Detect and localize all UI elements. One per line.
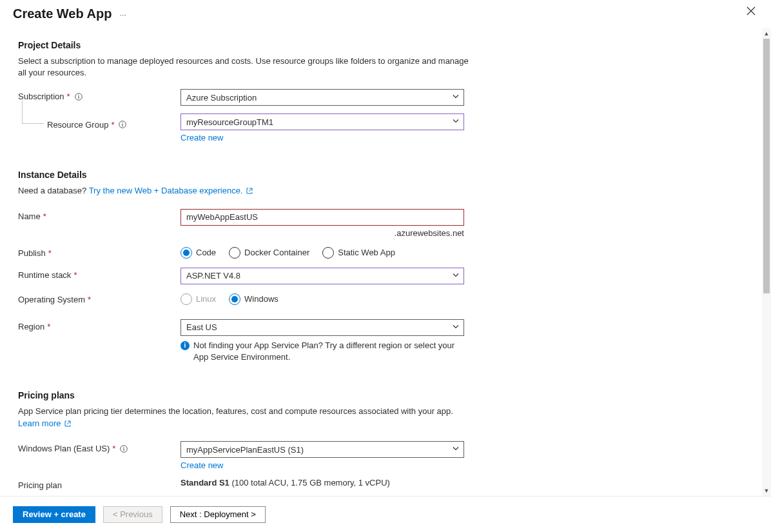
scrollbar-thumb[interactable] [763,39,770,293]
scroll-up-icon[interactable]: ▲ [762,28,771,39]
radio-group-os: Linux Windows [181,292,464,305]
link-create-rg[interactable]: Create new [181,133,223,143]
previous-button: < Previous [103,506,162,523]
input-app-name[interactable]: myWebAppEastUS [181,209,464,226]
chevron-down-icon [452,93,460,103]
select-windows-plan[interactable]: myAppServicePlanEastUS (S1) [181,441,464,458]
footer-bar: Review + create < Previous Next : Deploy… [0,496,771,532]
more-menu-icon[interactable]: ··· [119,10,126,19]
scrollbar[interactable]: ▲ ▼ [762,28,771,496]
link-db-experience[interactable]: Try the new Web + Database experience. [89,186,253,195]
next-button[interactable]: Next : Deployment > [170,506,266,523]
label-publish: Publish * [18,246,181,258]
select-runtime[interactable]: ASP.NET V4.8 [181,268,464,284]
info-icon[interactable] [119,444,128,453]
radio-icon [181,293,192,305]
section-title-instance: Instance Details [18,170,472,180]
radio-code[interactable]: Code [181,247,216,259]
svg-point-1 [78,95,79,95]
close-icon[interactable] [747,6,756,17]
region-hint: i Not finding your App Service Plan? Try… [181,340,464,363]
link-learn-more[interactable]: Learn more [18,419,71,428]
section-title-pricing: Pricing plans [18,390,472,400]
radio-icon [229,247,240,259]
radio-windows[interactable]: Windows [229,293,278,305]
scroll-down-icon[interactable]: ▼ [762,486,771,496]
radio-group-publish: Code Docker Container Static Web App [181,246,464,259]
radio-icon [322,247,334,259]
radio-linux: Linux [181,293,216,305]
section-title-project: Project Details [18,40,472,50]
radio-icon [181,247,192,259]
label-subscription: Subscription * [18,89,181,101]
radio-docker[interactable]: Docker Container [229,247,309,259]
db-prompt-line: Need a database? Try the new Web + Datab… [18,185,472,197]
svg-point-7 [124,446,124,447]
info-icon[interactable] [74,92,83,101]
tree-indent-icon [18,116,44,133]
label-os: Operating System * [18,292,181,304]
chevron-down-icon [452,445,460,455]
page-title: Create Web App [13,6,112,21]
svg-rect-8 [124,448,124,451]
name-suffix: .azurewebsites.net [181,228,464,238]
pricing-plan-value: Standard S1 (100 total ACU, 1.75 GB memo… [181,478,464,488]
label-region: Region * [18,319,181,331]
content-scroll[interactable]: Project Details Select a subscription to… [0,28,771,496]
radio-static[interactable]: Static Web App [322,247,395,259]
review-create-button[interactable]: Review + create [13,506,95,523]
chevron-down-icon [452,117,460,127]
chevron-down-icon [452,322,460,332]
label-runtime: Runtime stack * [18,268,181,280]
label-windows-plan: Windows Plan (East US) * [18,441,181,453]
select-subscription[interactable]: Azure Subscription [181,89,464,106]
label-name: Name * [18,209,181,221]
external-link-icon [246,186,253,197]
link-create-plan[interactable]: Create new [181,460,223,470]
chevron-down-icon [452,271,460,281]
svg-rect-5 [122,124,123,126]
label-pricing-plan: Pricing plan [18,478,181,490]
info-filled-icon: i [181,341,190,350]
svg-rect-2 [78,96,79,99]
select-region[interactable]: East US [181,319,464,336]
select-resource-group[interactable]: myResourceGroupTM1 [181,113,464,130]
info-icon[interactable] [118,120,127,129]
section-desc-pricing: App Service plan pricing tier determines… [18,406,472,417]
external-link-icon [64,419,71,429]
page-header: Create Web App ··· [0,0,771,25]
section-desc-project: Select a subscription to manage deployed… [18,55,472,79]
svg-point-4 [122,123,123,123]
label-resource-group: Resource Group * [18,113,181,133]
radio-icon [229,293,240,305]
